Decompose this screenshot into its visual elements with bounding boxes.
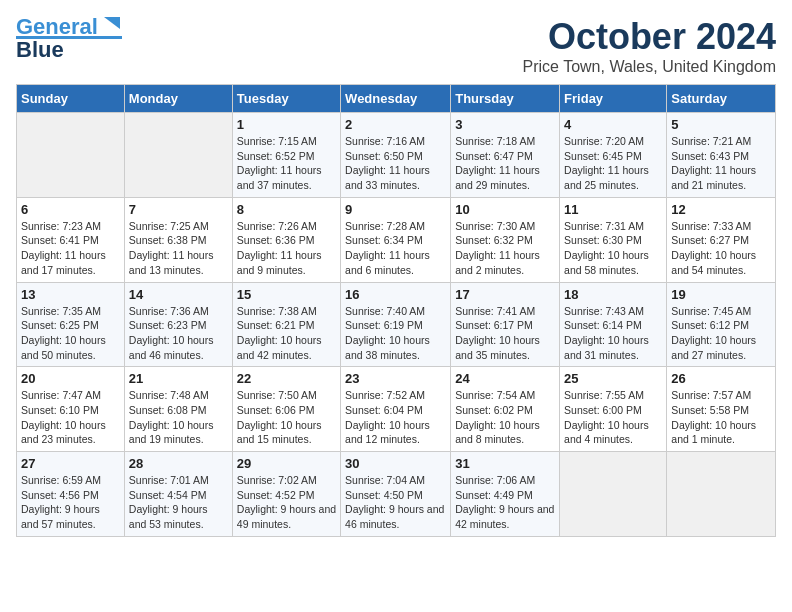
day-of-week-header: Tuesday — [232, 85, 340, 113]
page-title: October 2024 — [523, 16, 776, 58]
day-number: 17 — [455, 287, 555, 302]
calendar-header-row: SundayMondayTuesdayWednesdayThursdayFrid… — [17, 85, 776, 113]
day-number: 11 — [564, 202, 662, 217]
day-info: Sunrise: 7:55 AM Sunset: 6:00 PM Dayligh… — [564, 388, 662, 447]
calendar-week-row: 13Sunrise: 7:35 AM Sunset: 6:25 PM Dayli… — [17, 282, 776, 367]
calendar-cell: 18Sunrise: 7:43 AM Sunset: 6:14 PM Dayli… — [560, 282, 667, 367]
calendar-cell: 10Sunrise: 7:30 AM Sunset: 6:32 PM Dayli… — [451, 197, 560, 282]
day-of-week-header: Wednesday — [341, 85, 451, 113]
day-info: Sunrise: 7:23 AM Sunset: 6:41 PM Dayligh… — [21, 219, 120, 278]
day-info: Sunrise: 7:52 AM Sunset: 6:04 PM Dayligh… — [345, 388, 446, 447]
calendar-week-row: 27Sunrise: 6:59 AM Sunset: 4:56 PM Dayli… — [17, 452, 776, 537]
day-number: 2 — [345, 117, 446, 132]
day-number: 31 — [455, 456, 555, 471]
day-info: Sunrise: 7:04 AM Sunset: 4:50 PM Dayligh… — [345, 473, 446, 532]
calendar-cell: 1Sunrise: 7:15 AM Sunset: 6:52 PM Daylig… — [232, 113, 340, 198]
calendar-cell — [560, 452, 667, 537]
day-info: Sunrise: 7:41 AM Sunset: 6:17 PM Dayligh… — [455, 304, 555, 363]
calendar-cell: 9Sunrise: 7:28 AM Sunset: 6:34 PM Daylig… — [341, 197, 451, 282]
calendar-cell: 19Sunrise: 7:45 AM Sunset: 6:12 PM Dayli… — [667, 282, 776, 367]
day-of-week-header: Monday — [124, 85, 232, 113]
day-number: 28 — [129, 456, 228, 471]
day-number: 29 — [237, 456, 336, 471]
day-info: Sunrise: 7:02 AM Sunset: 4:52 PM Dayligh… — [237, 473, 336, 532]
calendar-cell: 15Sunrise: 7:38 AM Sunset: 6:21 PM Dayli… — [232, 282, 340, 367]
calendar-cell: 16Sunrise: 7:40 AM Sunset: 6:19 PM Dayli… — [341, 282, 451, 367]
day-info: Sunrise: 7:18 AM Sunset: 6:47 PM Dayligh… — [455, 134, 555, 193]
day-info: Sunrise: 7:26 AM Sunset: 6:36 PM Dayligh… — [237, 219, 336, 278]
page-subtitle: Price Town, Wales, United Kingdom — [523, 58, 776, 76]
day-number: 9 — [345, 202, 446, 217]
day-info: Sunrise: 7:31 AM Sunset: 6:30 PM Dayligh… — [564, 219, 662, 278]
day-number: 16 — [345, 287, 446, 302]
day-info: Sunrise: 7:38 AM Sunset: 6:21 PM Dayligh… — [237, 304, 336, 363]
calendar-cell: 25Sunrise: 7:55 AM Sunset: 6:00 PM Dayli… — [560, 367, 667, 452]
day-number: 8 — [237, 202, 336, 217]
day-number: 21 — [129, 371, 228, 386]
title-block: October 2024 Price Town, Wales, United K… — [523, 16, 776, 76]
calendar-cell: 22Sunrise: 7:50 AM Sunset: 6:06 PM Dayli… — [232, 367, 340, 452]
day-info: Sunrise: 7:15 AM Sunset: 6:52 PM Dayligh… — [237, 134, 336, 193]
day-number: 30 — [345, 456, 446, 471]
day-number: 13 — [21, 287, 120, 302]
calendar-cell: 7Sunrise: 7:25 AM Sunset: 6:38 PM Daylig… — [124, 197, 232, 282]
day-info: Sunrise: 7:20 AM Sunset: 6:45 PM Dayligh… — [564, 134, 662, 193]
day-number: 7 — [129, 202, 228, 217]
calendar-week-row: 1Sunrise: 7:15 AM Sunset: 6:52 PM Daylig… — [17, 113, 776, 198]
logo-subtext: Blue — [16, 39, 64, 61]
day-info: Sunrise: 7:54 AM Sunset: 6:02 PM Dayligh… — [455, 388, 555, 447]
day-number: 25 — [564, 371, 662, 386]
logo-text: General — [16, 16, 98, 38]
day-number: 22 — [237, 371, 336, 386]
calendar-week-row: 6Sunrise: 7:23 AM Sunset: 6:41 PM Daylig… — [17, 197, 776, 282]
calendar-table: SundayMondayTuesdayWednesdayThursdayFrid… — [16, 84, 776, 537]
day-number: 27 — [21, 456, 120, 471]
calendar-cell — [17, 113, 125, 198]
calendar-cell: 29Sunrise: 7:02 AM Sunset: 4:52 PM Dayli… — [232, 452, 340, 537]
logo-arrow-icon — [102, 13, 122, 33]
day-of-week-header: Saturday — [667, 85, 776, 113]
day-info: Sunrise: 7:16 AM Sunset: 6:50 PM Dayligh… — [345, 134, 446, 193]
day-info: Sunrise: 7:50 AM Sunset: 6:06 PM Dayligh… — [237, 388, 336, 447]
logo: General Blue — [16, 16, 122, 61]
day-number: 14 — [129, 287, 228, 302]
calendar-cell: 24Sunrise: 7:54 AM Sunset: 6:02 PM Dayli… — [451, 367, 560, 452]
day-info: Sunrise: 7:43 AM Sunset: 6:14 PM Dayligh… — [564, 304, 662, 363]
day-number: 18 — [564, 287, 662, 302]
day-number: 5 — [671, 117, 771, 132]
day-number: 12 — [671, 202, 771, 217]
day-info: Sunrise: 7:28 AM Sunset: 6:34 PM Dayligh… — [345, 219, 446, 278]
day-number: 15 — [237, 287, 336, 302]
day-number: 1 — [237, 117, 336, 132]
day-info: Sunrise: 7:40 AM Sunset: 6:19 PM Dayligh… — [345, 304, 446, 363]
day-number: 6 — [21, 202, 120, 217]
svg-marker-0 — [104, 17, 120, 29]
day-info: Sunrise: 7:25 AM Sunset: 6:38 PM Dayligh… — [129, 219, 228, 278]
day-of-week-header: Thursday — [451, 85, 560, 113]
calendar-cell: 3Sunrise: 7:18 AM Sunset: 6:47 PM Daylig… — [451, 113, 560, 198]
day-info: Sunrise: 7:33 AM Sunset: 6:27 PM Dayligh… — [671, 219, 771, 278]
day-of-week-header: Friday — [560, 85, 667, 113]
day-number: 4 — [564, 117, 662, 132]
calendar-cell: 28Sunrise: 7:01 AM Sunset: 4:54 PM Dayli… — [124, 452, 232, 537]
day-info: Sunrise: 7:30 AM Sunset: 6:32 PM Dayligh… — [455, 219, 555, 278]
day-info: Sunrise: 7:48 AM Sunset: 6:08 PM Dayligh… — [129, 388, 228, 447]
day-number: 3 — [455, 117, 555, 132]
calendar-cell: 13Sunrise: 7:35 AM Sunset: 6:25 PM Dayli… — [17, 282, 125, 367]
calendar-cell: 26Sunrise: 7:57 AM Sunset: 5:58 PM Dayli… — [667, 367, 776, 452]
day-info: Sunrise: 7:01 AM Sunset: 4:54 PM Dayligh… — [129, 473, 228, 532]
day-number: 19 — [671, 287, 771, 302]
day-number: 24 — [455, 371, 555, 386]
calendar-cell: 17Sunrise: 7:41 AM Sunset: 6:17 PM Dayli… — [451, 282, 560, 367]
calendar-cell: 23Sunrise: 7:52 AM Sunset: 6:04 PM Dayli… — [341, 367, 451, 452]
calendar-cell: 2Sunrise: 7:16 AM Sunset: 6:50 PM Daylig… — [341, 113, 451, 198]
day-info: Sunrise: 7:35 AM Sunset: 6:25 PM Dayligh… — [21, 304, 120, 363]
calendar-cell — [667, 452, 776, 537]
day-of-week-header: Sunday — [17, 85, 125, 113]
calendar-cell: 6Sunrise: 7:23 AM Sunset: 6:41 PM Daylig… — [17, 197, 125, 282]
day-info: Sunrise: 7:06 AM Sunset: 4:49 PM Dayligh… — [455, 473, 555, 532]
page-header: General Blue October 2024 Price Town, Wa… — [16, 16, 776, 76]
day-info: Sunrise: 7:21 AM Sunset: 6:43 PM Dayligh… — [671, 134, 771, 193]
calendar-cell: 12Sunrise: 7:33 AM Sunset: 6:27 PM Dayli… — [667, 197, 776, 282]
calendar-week-row: 20Sunrise: 7:47 AM Sunset: 6:10 PM Dayli… — [17, 367, 776, 452]
